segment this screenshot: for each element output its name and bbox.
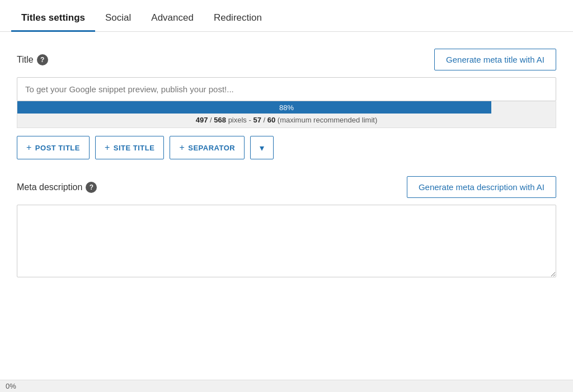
meta-description-label: Meta description ? xyxy=(17,182,97,193)
post-title-button[interactable]: + POST TITLE xyxy=(17,136,90,159)
post-title-label: POST TITLE xyxy=(35,144,80,152)
tabs-container: Titles settings Social Advanced Redirect… xyxy=(0,0,573,32)
generate-title-button[interactable]: Generate meta title with AI xyxy=(434,49,556,70)
token-buttons: + POST TITLE + SITE TITLE + SEPARATOR ▾ xyxy=(17,136,556,159)
chevron-down-icon: ▾ xyxy=(260,143,264,153)
title-progress-container: 88% 497 / 568 pixels - 57 / 60 (maximum … xyxy=(17,101,556,128)
tab-redirection[interactable]: Redirection xyxy=(204,6,272,32)
title-label-text: Title xyxy=(17,55,34,65)
title-field-header: Title ? Generate meta title with AI xyxy=(17,49,556,70)
pixel-info-suffix: (maximum recommended limit) xyxy=(278,116,377,124)
meta-description-label-text: Meta description xyxy=(17,182,82,192)
progress-bar-label: 88% xyxy=(17,103,556,112)
char-current: 57 xyxy=(253,116,261,124)
tab-advanced[interactable]: Advanced xyxy=(141,6,204,32)
meta-description-field-header: Meta description ? Generate meta descrip… xyxy=(17,176,556,198)
pixel-max-soft: 568 xyxy=(214,116,226,124)
token-dropdown-button[interactable]: ▾ xyxy=(250,136,274,159)
pixel-info: 497 / 568 pixels - 57 / 60 (maximum reco… xyxy=(17,114,556,127)
bottom-progress-bar: 0% xyxy=(0,380,573,392)
title-help-icon[interactable]: ? xyxy=(37,54,48,65)
pixel-current: 497 xyxy=(196,116,208,124)
site-title-plus-icon: + xyxy=(105,143,110,153)
tab-titles-settings[interactable]: Titles settings xyxy=(11,6,95,32)
pixel-info-text: pixels - xyxy=(228,116,253,124)
meta-description-help-icon[interactable]: ? xyxy=(86,182,97,193)
separator-label: SEPARATOR xyxy=(188,144,235,152)
bottom-progress-label: 0% xyxy=(6,382,16,390)
title-input[interactable] xyxy=(17,77,556,101)
title-label: Title ? xyxy=(17,54,48,65)
meta-description-textarea[interactable] xyxy=(17,205,556,277)
char-max: 60 xyxy=(267,116,275,124)
separator-button[interactable]: + SEPARATOR xyxy=(170,136,245,159)
char-separator: / xyxy=(264,116,267,124)
title-section: Title ? Generate meta title with AI 88% … xyxy=(17,49,556,159)
site-title-label: SITE TITLE xyxy=(114,144,155,152)
meta-description-section: Meta description ? Generate meta descrip… xyxy=(17,176,556,280)
site-title-button[interactable]: + SITE TITLE xyxy=(95,136,164,159)
separator-plus-icon: + xyxy=(179,143,185,153)
main-content: Title ? Generate meta title with AI 88% … xyxy=(0,32,573,308)
post-title-plus-icon: + xyxy=(26,143,32,153)
progress-bar-track: 88% xyxy=(17,101,556,114)
tab-social[interactable]: Social xyxy=(95,6,141,32)
generate-description-button[interactable]: Generate meta description with AI xyxy=(407,176,556,198)
